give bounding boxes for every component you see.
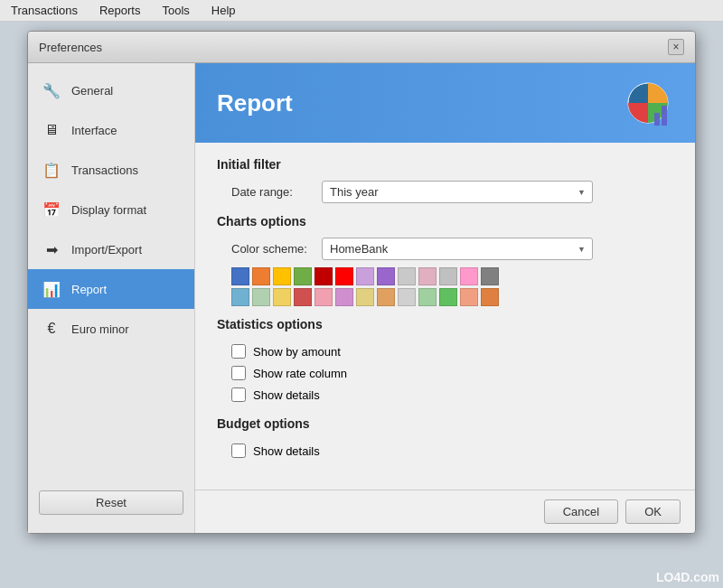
sidebar-label-transactions: Transactions [71,163,138,177]
color-swatch[interactable] [398,288,416,306]
show-rate-column-label: Show rate column [253,367,347,380]
menubar: Transactions Reports Tools Help [0,0,723,22]
color-swatch[interactable] [231,288,249,306]
content-header: Report [195,63,695,143]
sidebar-label-display-format: Display format [71,203,146,217]
budget-options-title: Budget options [217,416,673,431]
color-swatch[interactable] [460,267,478,285]
sidebar: 🔧 General 🖥 Interface 📋 Transactions 📅 D… [28,63,195,533]
sidebar-item-transactions[interactable]: 📋 Transactions [28,150,194,190]
dialog-titlebar: Preferences × [28,32,695,63]
color-row-1 [231,267,673,285]
sidebar-item-report[interactable]: 📊 Report [28,269,194,309]
import-export-icon: ➡ [39,237,64,262]
date-range-label: Date range: [231,185,322,199]
reset-button[interactable]: Reset [39,490,183,515]
sidebar-item-display-format[interactable]: 📅 Display format [28,190,194,229]
sidebar-label-import-export: Import/Export [71,243,142,257]
wrench-icon: 🔧 [39,78,64,103]
show-by-amount-label: Show by amount [253,345,341,359]
color-swatch[interactable] [294,267,312,285]
color-swatch[interactable] [439,267,457,285]
checkbox-show-by-amount: Show by amount [217,341,673,362]
initial-filter-title: Initial filter [217,157,673,172]
color-swatch[interactable] [418,288,437,306]
app-area: Preferences × 🔧 General 🖥 Interface [0,22,723,588]
menu-reports[interactable]: Reports [96,2,145,19]
color-swatch[interactable] [252,288,270,306]
show-by-amount-checkbox[interactable] [231,344,246,359]
color-swatch[interactable] [377,267,395,285]
statistics-options-title: Statistics options [217,317,673,331]
sidebar-label-report: Report [71,283,107,296]
show-details-budget-checkbox[interactable] [231,443,246,458]
content-body: Initial filter Date range: This year Las… [195,143,695,490]
content-title: Report [217,89,293,117]
show-details-stats-label: Show details [253,388,320,402]
sidebar-label-general: General [71,84,113,98]
sidebar-item-import-export[interactable]: ➡ Import/Export [28,229,194,269]
cancel-button[interactable]: Cancel [544,499,618,524]
menu-tools[interactable]: Tools [158,2,192,19]
color-scheme-control: HomeBank Custom [322,238,593,260]
color-swatch[interactable] [294,288,312,306]
color-swatch[interactable] [315,267,333,285]
date-range-control: This year Last year This month Last mont… [322,181,593,203]
color-swatch[interactable] [418,267,437,285]
color-row-2 [231,288,673,306]
color-swatch[interactable] [356,288,374,306]
color-swatch[interactable] [273,267,291,285]
menu-transactions[interactable]: Transactions [7,2,81,19]
date-range-select[interactable]: This year Last year This month Last mont… [322,181,593,203]
color-swatch[interactable] [252,267,270,285]
show-details-stats-checkbox[interactable] [231,387,246,402]
close-button[interactable]: × [668,39,684,55]
color-swatch[interactable] [439,288,457,306]
transactions-icon: 📋 [39,157,64,182]
sidebar-item-general[interactable]: 🔧 General [28,70,194,110]
sidebar-label-interface: Interface [71,124,117,137]
preferences-dialog: Preferences × 🔧 General 🖥 Interface [27,31,696,534]
dialog-body: 🔧 General 🖥 Interface 📋 Transactions 📅 D… [28,63,695,533]
dialog-title: Preferences [39,41,102,54]
sidebar-reset-area: Reset [28,480,194,526]
show-details-budget-label: Show details [253,444,320,458]
color-swatch[interactable] [335,288,353,306]
date-range-row: Date range: This year Last year This mon… [217,181,673,203]
color-swatch[interactable] [335,267,353,285]
watermark: LO4D.com [656,570,719,584]
menu-help[interactable]: Help [208,2,239,19]
svg-rect-2 [662,106,667,126]
color-swatch[interactable] [460,288,478,306]
sidebar-item-interface[interactable]: 🖥 Interface [28,110,194,150]
report-header-icon [623,78,673,128]
color-swatch[interactable] [315,288,333,306]
color-swatch[interactable] [481,267,499,285]
show-rate-column-checkbox[interactable] [231,366,246,380]
color-scheme-label: Color scheme: [231,242,322,256]
color-swatch[interactable] [231,267,249,285]
color-scheme-row: Color scheme: HomeBank Custom [217,238,673,260]
charts-options-title: Charts options [217,214,673,229]
color-swatch[interactable] [377,288,395,306]
checkbox-show-rate-column: Show rate column [217,362,673,384]
sidebar-item-euro-minor[interactable]: € Euro minor [28,309,194,349]
checkbox-show-details-budget: Show details [217,440,673,462]
euro-icon: € [39,316,64,341]
svg-rect-1 [654,113,660,126]
color-swatch[interactable] [273,288,291,306]
ok-button[interactable]: OK [625,499,681,524]
report-icon: 📊 [39,276,64,302]
color-swatch[interactable] [398,267,416,285]
dialog-overlay: Preferences × 🔧 General 🖥 Interface [0,22,723,588]
sidebar-label-euro-minor: Euro minor [71,322,129,336]
interface-icon: 🖥 [39,117,64,143]
color-swatch[interactable] [356,267,374,285]
checkbox-show-details-stats: Show details [217,384,673,406]
display-format-icon: 📅 [39,197,64,222]
color-swatch[interactable] [481,288,499,306]
color-palette [217,267,673,306]
content-area: Report [195,63,695,533]
dialog-footer: Cancel OK [195,490,695,533]
color-scheme-select[interactable]: HomeBank Custom [322,238,593,260]
